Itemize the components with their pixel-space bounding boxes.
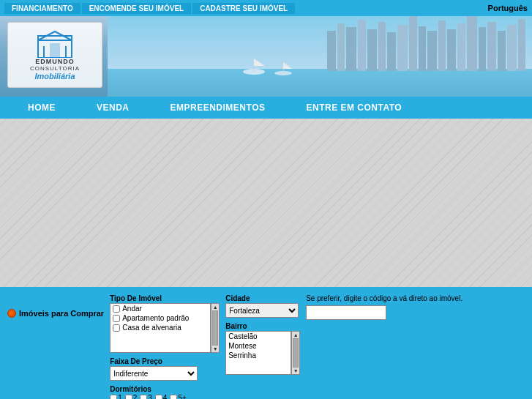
list-item[interactable]: Serrinha — [226, 351, 291, 360]
dorm-5[interactable]: 5+ — [170, 394, 186, 399]
casa-label: Casa de alvenaria — [122, 324, 181, 332]
nav-contato[interactable]: ENTRE EM CONTATO — [285, 97, 422, 119]
logo-icon — [37, 30, 73, 58]
cadastre-link[interactable]: CADASTRE SEU IMÓVEL — [192, 3, 295, 14]
svg-rect-8 — [387, 32, 396, 71]
dorm-1-checkbox[interactable] — [110, 395, 117, 400]
left-column: Imóveis para Comprar — [7, 294, 104, 318]
list-item[interactable]: Montese — [226, 341, 291, 351]
svg-rect-11 — [419, 26, 426, 71]
svg-rect-4 — [346, 27, 356, 71]
svg-rect-10 — [409, 16, 417, 71]
scroll-down-arrow[interactable]: ▼ — [213, 346, 218, 351]
top-bar: FINANCIAMENTO ENCOMENDE SEU IMÓVEL CADAS… — [0, 0, 532, 16]
nav-venda[interactable]: VENDA — [76, 97, 150, 119]
svg-rect-20 — [507, 25, 517, 71]
language-selector[interactable]: Português — [488, 4, 528, 12]
svg-rect-9 — [397, 25, 408, 71]
apartamento-label: Apartamento padrão — [122, 314, 189, 322]
svg-rect-1 — [108, 69, 532, 97]
bairro-listbox-wrapper: Castelão Montese Serrinha ▲ ▼ — [225, 331, 300, 375]
bairro-scroll-up[interactable]: ▲ — [293, 332, 299, 338]
scroll-thumb — [212, 310, 218, 346]
cidade-select[interactable]: Fortaleza Caucaia Maracanaú — [225, 303, 299, 318]
casa-checkbox[interactable] — [113, 324, 120, 332]
dormitorios-label: Dormitórios — [110, 385, 220, 393]
tipo-imovel-section: Tipo De Imóvel Andar Apartamento padrão … — [110, 294, 220, 353]
svg-rect-3 — [337, 23, 345, 71]
dorm-2[interactable]: 2 — [125, 394, 138, 399]
financiamento-link[interactable]: FINANCIAMENTO — [4, 3, 80, 14]
svg-rect-30 — [50, 43, 60, 58]
faixa-preco-select[interactable]: Indiferente Até R$ 100.000 R$ 100-200k — [110, 366, 198, 381]
dorm-5-checkbox[interactable] — [170, 395, 177, 400]
svg-rect-6 — [367, 29, 377, 71]
dorm-3[interactable]: 3 — [140, 394, 152, 399]
svg-rect-18 — [487, 22, 496, 71]
dorm-4-checkbox[interactable] — [155, 395, 162, 400]
svg-rect-12 — [427, 31, 437, 71]
code-input[interactable] — [306, 305, 386, 320]
tipo-imovel-label: Tipo De Imóvel — [110, 294, 220, 302]
header: EDMUNDO CONSULTORIA Imobiliária — [0, 16, 532, 97]
cidade-section: Cidade Fortaleza Caucaia Maracanaú — [225, 294, 300, 318]
nav-home[interactable]: HOME — [7, 97, 76, 119]
andar-checkbox[interactable] — [113, 305, 120, 313]
logo-edmundo: EDMUNDO — [35, 58, 75, 65]
bottom-panel: Imóveis para Comprar Tipo De Imóvel Anda… — [0, 287, 532, 399]
main-content-area — [0, 119, 532, 287]
logo-imobiliaria: Imobiliária — [34, 72, 75, 81]
list-item[interactable]: Apartamento padrão — [110, 313, 210, 323]
svg-rect-21 — [518, 19, 525, 71]
city-column: Cidade Fortaleza Caucaia Maracanaú Bairr… — [225, 294, 300, 375]
radio-dot — [7, 309, 16, 318]
svg-rect-16 — [467, 16, 477, 71]
svg-rect-19 — [498, 31, 506, 71]
dormitorios-row: 1 2 3 4 5+ — [110, 394, 220, 399]
nav: HOME VENDA EMPREENDIMENTOS ENTRE EM CONT… — [0, 97, 532, 119]
svg-rect-5 — [358, 20, 366, 71]
right-column: Se preferir, digite o código a vá direto… — [306, 294, 525, 320]
bairro-listbox[interactable]: Castelão Montese Serrinha — [225, 331, 291, 375]
svg-rect-2 — [327, 31, 336, 71]
faixa-preco-label: Faixa De Preço — [110, 357, 220, 365]
tipo-imovel-scrollbar[interactable]: ▲ ▼ — [211, 303, 220, 353]
andar-label: Andar — [122, 305, 142, 313]
scroll-up-arrow[interactable]: ▲ — [213, 305, 218, 310]
imoveis-comprar-radio[interactable]: Imóveis para Comprar — [7, 309, 104, 318]
logo-area: EDMUNDO CONSULTORIA Imobiliária — [7, 22, 102, 88]
svg-rect-15 — [457, 23, 465, 71]
tipo-imovel-listbox[interactable]: Andar Apartamento padrão Casa de alvenar… — [110, 303, 211, 353]
dorm-2-checkbox[interactable] — [125, 395, 132, 400]
nav-empreendimentos[interactable]: EMPREENDIMENTOS — [150, 97, 286, 119]
dorm-3-checkbox[interactable] — [140, 395, 147, 400]
skyline-image — [108, 16, 532, 97]
list-item[interactable]: Andar — [110, 304, 210, 313]
imoveis-comprar-label: Imóveis para Comprar — [19, 309, 104, 318]
svg-rect-7 — [378, 22, 386, 71]
logo-consultoria: CONSULTORIA — [30, 65, 80, 72]
dorm-1[interactable]: 1 — [110, 394, 122, 399]
list-item[interactable]: Casa de alvenaria — [110, 323, 210, 332]
cidade-label: Cidade — [225, 294, 300, 302]
faixa-preco-section: Faixa De Preço Indiferente Até R$ 100.00… — [110, 357, 220, 381]
apartamento-checkbox[interactable] — [113, 315, 120, 322]
svg-rect-17 — [479, 27, 486, 71]
svg-rect-13 — [438, 20, 446, 71]
bairro-label: Bairro — [225, 322, 300, 330]
encomende-link[interactable]: ENCOMENDE SEU IMÓVEL — [82, 3, 191, 14]
list-item[interactable]: Castelão — [226, 332, 291, 341]
dorm-4[interactable]: 4 — [155, 394, 168, 399]
dormitorios-section: Dormitórios 1 2 3 4 5+ — [110, 385, 220, 399]
bairro-scroll-down[interactable]: ▼ — [293, 368, 299, 373]
bairro-section: Bairro Castelão Montese Serrinha ▲ ▼ — [225, 322, 300, 375]
svg-rect-14 — [447, 29, 456, 71]
tipo-imovel-listbox-wrapper: Andar Apartamento padrão Casa de alvenar… — [110, 303, 220, 353]
bairro-scroll-thumb — [293, 338, 299, 368]
bairro-scrollbar[interactable]: ▲ ▼ — [291, 331, 300, 375]
middle-column: Tipo De Imóvel Andar Apartamento padrão … — [110, 294, 220, 399]
prefer-label: Se preferir, digite o código a vá direto… — [306, 294, 525, 302]
